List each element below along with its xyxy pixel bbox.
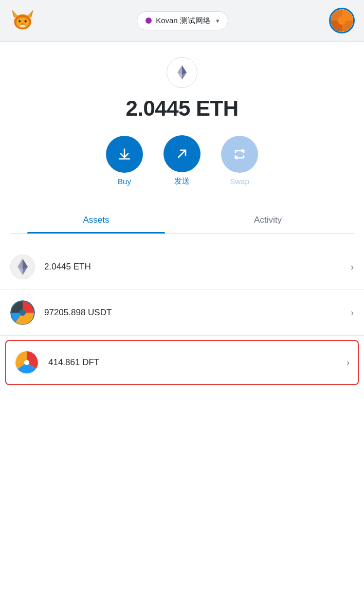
account-avatar[interactable] <box>329 8 355 33</box>
usdt-amount: 97205.898 USDT <box>44 308 351 318</box>
send-button-circle <box>163 135 201 172</box>
dft-chevron-icon: › <box>347 357 350 368</box>
svg-line-20 <box>178 150 186 157</box>
header: Kovan 测试网络 ▾ <box>0 0 364 42</box>
eth-asset-icon <box>10 255 35 279</box>
buy-button-container[interactable]: Buy <box>106 136 143 186</box>
send-button-container[interactable]: 发送 <box>163 135 201 186</box>
send-label: 发送 <box>174 176 190 186</box>
swap-icon <box>232 147 247 162</box>
dft-asset-icon <box>14 350 39 375</box>
swap-button-container[interactable]: Swap <box>221 136 258 186</box>
dft-token-icon <box>14 350 39 375</box>
asset-item-dft[interactable]: 414.861 DFT › <box>5 340 359 385</box>
asset-list: 2.0445 ETH › 97205.898 USDT › <box>0 244 364 385</box>
usdt-asset-icon <box>10 300 35 325</box>
eth-logo-icon <box>172 63 192 82</box>
tabs-container: Assets Activity <box>10 207 354 234</box>
asset-item-usdt[interactable]: 97205.898 USDT › <box>0 290 364 336</box>
eth-amount: 2.0445 ETH <box>44 262 351 272</box>
avatar-icon <box>331 9 353 32</box>
network-name: Kovan 测试网络 <box>156 16 211 26</box>
metamask-logo <box>9 7 36 34</box>
svg-point-11 <box>20 25 25 27</box>
usdt-chevron-icon: › <box>351 308 354 318</box>
send-icon <box>174 146 190 161</box>
main-content: 2.0445 ETH Buy <box>0 42 364 613</box>
eth-token-icon <box>10 255 35 279</box>
eth-coin-icon <box>167 57 197 88</box>
network-status-dot <box>145 17 152 24</box>
svg-point-29 <box>24 360 29 365</box>
download-icon <box>117 147 132 162</box>
network-selector[interactable]: Kovan 测试网络 ▾ <box>137 11 228 30</box>
svg-point-13 <box>338 16 346 25</box>
tab-activity[interactable]: Activity <box>182 207 354 233</box>
buy-label: Buy <box>118 177 131 186</box>
svg-point-8 <box>25 20 27 23</box>
svg-point-27 <box>20 310 26 316</box>
tab-assets[interactable]: Assets <box>10 207 182 233</box>
svg-point-9 <box>20 20 21 21</box>
swap-label: Swap <box>230 177 249 186</box>
dft-amount: 414.861 DFT <box>48 357 347 368</box>
asset-item-eth[interactable]: 2.0445 ETH › <box>0 244 364 290</box>
balance-section: 2.0445 ETH Buy <box>0 42 364 244</box>
network-chevron-icon: ▾ <box>216 17 220 25</box>
svg-point-7 <box>19 20 21 23</box>
balance-display: 2.0445 ETH <box>125 96 238 121</box>
swap-button-circle <box>221 136 258 173</box>
action-buttons-row: Buy 发送 <box>106 135 258 186</box>
svg-point-10 <box>26 20 27 21</box>
buy-button-circle <box>106 136 143 173</box>
eth-chevron-icon: › <box>351 262 354 273</box>
usdt-token-icon <box>10 300 35 325</box>
